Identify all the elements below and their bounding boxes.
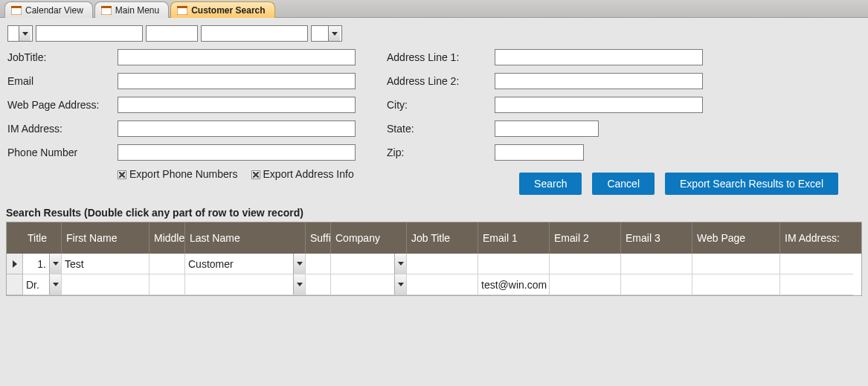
email-input[interactable] xyxy=(118,73,356,89)
tab-label: Main Menu xyxy=(115,5,159,16)
cell-title-value: 1. xyxy=(23,254,49,274)
export-addr-label: Export Address Info xyxy=(263,168,354,180)
phone-label: Phone Number xyxy=(7,147,118,158)
export-phone-checkbox[interactable]: Export Phone Numbers xyxy=(118,168,238,180)
last-name-input[interactable] xyxy=(201,25,308,42)
form-icon xyxy=(177,6,187,15)
jobtitle-input[interactable] xyxy=(118,49,356,65)
zip-label: Zip: xyxy=(387,147,495,158)
export-phone-label: Export Phone Numbers xyxy=(129,168,238,180)
state-input[interactable] xyxy=(495,120,599,137)
cell-email3[interactable] xyxy=(621,274,692,295)
col-middle[interactable]: Middle xyxy=(150,222,185,254)
chevron-down-icon[interactable] xyxy=(394,254,406,274)
export-button[interactable]: Export Search Results to Excel xyxy=(665,173,838,195)
row-selector[interactable] xyxy=(7,274,23,295)
col-jobtitle[interactable]: Job Title xyxy=(407,222,478,254)
chevron-down-icon[interactable] xyxy=(49,254,61,274)
col-email1[interactable]: Email 1 xyxy=(478,222,550,254)
cell-last-value: Customer xyxy=(185,254,293,274)
row-selector[interactable] xyxy=(7,254,23,274)
col-title[interactable]: Title xyxy=(23,222,62,254)
col-company[interactable]: Company xyxy=(331,222,407,254)
cell-email2[interactable] xyxy=(550,254,621,274)
middle-name-input[interactable] xyxy=(146,25,198,42)
col-last[interactable]: Last Name xyxy=(185,222,306,254)
cell-last-value xyxy=(185,274,293,295)
addr2-input[interactable] xyxy=(495,73,703,89)
col-email2[interactable]: Email 2 xyxy=(550,222,621,254)
chevron-down-icon[interactable] xyxy=(19,26,30,41)
search-form: JobTitle: Email Web Page Address: IM Add… xyxy=(0,18,868,205)
addr2-label: Address Line 2: xyxy=(387,75,495,87)
suffix-combo[interactable] xyxy=(311,25,342,42)
table-row[interactable]: 1. Test Customer xyxy=(7,254,861,274)
chevron-down-icon[interactable] xyxy=(293,254,305,274)
col-im[interactable]: IM Address: xyxy=(780,222,853,254)
cell-webpage[interactable] xyxy=(692,254,780,274)
cell-company[interactable] xyxy=(331,254,407,274)
col-webpage[interactable]: Web Page xyxy=(692,222,780,254)
cell-im[interactable] xyxy=(780,254,853,274)
export-address-checkbox[interactable]: Export Address Info xyxy=(251,168,354,180)
cell-email1[interactable] xyxy=(478,254,550,274)
cell-last[interactable]: Customer xyxy=(185,254,306,274)
cell-first[interactable] xyxy=(62,274,150,295)
cell-company-value xyxy=(331,254,394,274)
cell-middle[interactable] xyxy=(150,254,185,274)
col-suffix[interactable]: Suffix xyxy=(306,222,331,254)
svg-rect-3 xyxy=(101,6,112,8)
tab-calendar-view[interactable]: Calendar View xyxy=(4,1,93,18)
table-row[interactable]: Dr. test@win.com xyxy=(7,274,861,295)
cell-last[interactable] xyxy=(185,274,306,295)
webpage-input[interactable] xyxy=(118,97,356,113)
search-button[interactable]: Search xyxy=(519,173,582,195)
cell-company[interactable] xyxy=(331,274,407,295)
addr1-input[interactable] xyxy=(495,49,703,65)
city-label: City: xyxy=(387,99,495,111)
cell-middle[interactable] xyxy=(150,274,185,295)
results-grid: Title First Name Middle Last Name Suffix… xyxy=(6,222,862,296)
first-name-input[interactable] xyxy=(36,25,143,42)
cell-suffix[interactable] xyxy=(306,274,331,295)
cell-jobtitle[interactable] xyxy=(407,274,478,295)
tab-main-menu[interactable]: Main Menu xyxy=(94,1,169,18)
col-email3[interactable]: Email 3 xyxy=(621,222,692,254)
chevron-down-icon[interactable] xyxy=(49,274,61,295)
phone-input[interactable] xyxy=(118,144,356,161)
suffix-combo-input[interactable] xyxy=(312,26,328,41)
title-combo[interactable] xyxy=(7,25,33,42)
zip-input[interactable] xyxy=(495,144,584,161)
col-first[interactable]: First Name xyxy=(62,222,150,254)
svg-rect-1 xyxy=(11,6,22,8)
form-icon xyxy=(101,6,112,15)
im-label: IM Address: xyxy=(7,123,118,135)
cell-webpage[interactable] xyxy=(692,274,780,295)
cell-title[interactable]: 1. xyxy=(23,254,62,274)
cancel-button[interactable]: Cancel xyxy=(592,173,655,195)
grid-header-row: Title First Name Middle Last Name Suffix… xyxy=(7,222,861,254)
tab-label: Calendar View xyxy=(25,5,83,16)
chevron-down-icon[interactable] xyxy=(394,274,406,295)
im-input[interactable] xyxy=(118,120,356,137)
cell-im[interactable] xyxy=(780,274,853,295)
title-combo-input[interactable] xyxy=(8,26,19,41)
cell-first[interactable]: Test xyxy=(62,254,150,274)
checkbox-icon xyxy=(251,170,260,179)
tab-customer-search[interactable]: Customer Search xyxy=(170,1,274,18)
cell-title[interactable]: Dr. xyxy=(23,274,62,295)
cell-company-value xyxy=(331,274,394,295)
cell-email1[interactable]: test@win.com xyxy=(478,274,550,295)
tab-label: Customer Search xyxy=(191,5,265,16)
cell-jobtitle[interactable] xyxy=(407,254,478,274)
city-input[interactable] xyxy=(495,97,703,113)
tab-bar: Calendar View Main Menu Customer Search xyxy=(0,0,868,18)
checkbox-icon xyxy=(118,170,126,179)
webpage-label: Web Page Address: xyxy=(7,99,118,111)
chevron-down-icon[interactable] xyxy=(328,26,340,41)
cell-email3[interactable] xyxy=(621,254,692,274)
cell-suffix[interactable] xyxy=(306,254,331,274)
cell-email2[interactable] xyxy=(550,274,621,295)
cell-title-value: Dr. xyxy=(23,274,49,295)
chevron-down-icon[interactable] xyxy=(293,274,305,295)
